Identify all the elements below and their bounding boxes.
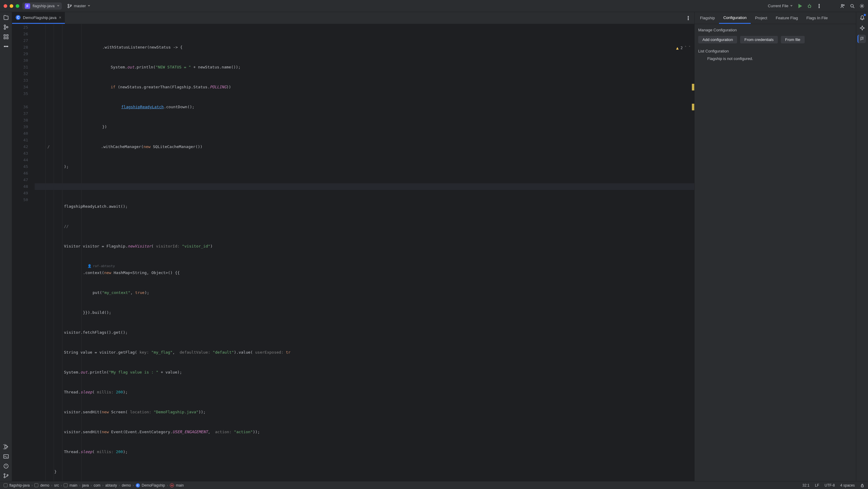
structure-tool-icon[interactable] [3, 34, 9, 40]
chevron-down-icon[interactable]: ˇ [688, 44, 691, 51]
inspection-widget[interactable]: ▲ 2 ˆ ˇ [676, 44, 691, 51]
code-with-me-icon[interactable] [840, 4, 845, 8]
commit-tool-icon[interactable] [3, 24, 9, 30]
project-icon: F [25, 3, 30, 9]
svg-point-29 [688, 19, 688, 20]
svg-point-26 [7, 475, 8, 476]
tool-tab[interactable]: Flagship [696, 12, 719, 24]
project-tool-icon[interactable] [3, 14, 9, 21]
flagship-tool-window: FlagshipConfigurationProjectFeature Flag… [694, 12, 856, 481]
problems-tool-icon[interactable] [3, 463, 9, 469]
author-hint[interactable]: 👤raf-abtasty [35, 263, 115, 269]
svg-rect-15 [7, 35, 8, 36]
more-tools-icon[interactable] [3, 43, 9, 50]
list-config-header: List Configuration [698, 47, 852, 53]
svg-rect-22 [4, 455, 8, 458]
empty-state-message: Flagship is not configured. [698, 53, 852, 61]
settings-icon[interactable] [860, 4, 864, 8]
search-icon[interactable] [850, 4, 855, 8]
svg-point-19 [5, 46, 6, 47]
class-icon: C [16, 15, 21, 20]
breadcrumbs[interactable]: flagship-java›demo›src›main›java›com›abt… [4, 483, 184, 488]
vcs-tool-icon[interactable] [3, 473, 9, 479]
right-tool-rail [856, 12, 868, 481]
from-credentials-button[interactable]: From credentials [740, 36, 778, 43]
branch-name: master [74, 4, 86, 8]
tab-filename: DemoFlagship.java [23, 15, 56, 20]
indent-setting[interactable]: 4 spaces [840, 483, 855, 488]
tool-tab[interactable]: Configuration [719, 12, 751, 24]
add-configuration-button[interactable]: Add configuration [698, 36, 737, 43]
run-config-label: Current File [768, 4, 788, 8]
warning-count: 2 [680, 44, 683, 51]
close-window[interactable] [4, 4, 7, 8]
svg-point-24 [4, 474, 5, 475]
vcs-branch-selector[interactable]: master [65, 3, 93, 9]
svg-point-4 [819, 4, 819, 4]
run-config-selector[interactable]: Current File [768, 4, 793, 8]
code-content[interactable]: .withStatusListener(newStatus -> { ▲ 2 ˆ… [35, 24, 694, 481]
line-separator[interactable]: LF [815, 483, 819, 488]
ai-assistant-icon[interactable] [859, 25, 865, 31]
from-file-button[interactable]: From file [781, 36, 805, 43]
cursor-line [35, 183, 694, 190]
notifications-icon[interactable] [859, 14, 865, 22]
tool-tabs: FlagshipConfigurationProjectFeature Flag… [694, 12, 856, 24]
svg-point-0 [68, 4, 69, 5]
svg-rect-14 [4, 35, 5, 36]
svg-point-25 [4, 477, 5, 478]
chevron-up-icon[interactable]: ˆ [685, 44, 687, 51]
svg-point-7 [841, 4, 843, 6]
svg-rect-16 [4, 37, 5, 39]
warning-icon: ▲ [676, 44, 679, 51]
chevron-down-icon [790, 5, 793, 7]
left-tool-rail [0, 12, 12, 481]
terminal-tool-icon[interactable] [3, 453, 9, 459]
project-selector[interactable]: F flagship-java [22, 2, 62, 10]
svg-rect-17 [7, 37, 8, 39]
svg-point-9 [851, 4, 854, 7]
tab-close-icon[interactable]: × [59, 15, 61, 20]
svg-point-12 [4, 28, 5, 30]
tool-tab[interactable]: Project [751, 12, 771, 24]
editor[interactable]: 2526272829303132333435363738394041424344… [12, 24, 694, 481]
chevron-down-icon [57, 5, 59, 7]
readonly-icon[interactable] [860, 483, 864, 488]
more-icon[interactable] [686, 16, 691, 21]
maximize-window[interactable] [16, 4, 19, 8]
svg-point-28 [688, 18, 688, 18]
svg-point-11 [4, 25, 5, 27]
tool-tab[interactable]: Flags In File [802, 12, 832, 24]
flagship-tool-button[interactable] [858, 35, 866, 43]
svg-point-20 [7, 46, 8, 47]
tool-tab[interactable]: Feature Flag [772, 12, 802, 24]
debug-icon[interactable] [807, 4, 812, 8]
editor-tabs: C DemoFlagship.java × [12, 12, 694, 24]
svg-point-1 [68, 7, 69, 8]
project-name: flagship-java [33, 4, 55, 8]
cursor-position[interactable]: 32:1 [803, 483, 809, 488]
services-tool-icon[interactable] [3, 444, 9, 450]
svg-point-5 [819, 5, 819, 6]
file-encoding[interactable]: UTF-8 [825, 483, 835, 488]
editor-tab[interactable]: C DemoFlagship.java × [12, 12, 65, 24]
svg-point-6 [819, 7, 819, 7]
run-icon[interactable] [798, 4, 802, 8]
svg-point-10 [861, 5, 863, 7]
svg-point-8 [843, 4, 844, 5]
chevron-down-icon [88, 5, 90, 7]
status-bar: flagship-java›demo›src›main›java›com›abt… [0, 481, 868, 489]
svg-point-2 [70, 5, 71, 6]
svg-rect-30 [861, 485, 864, 487]
vcs-change-marker[interactable] [692, 104, 694, 110]
manage-config-header: Manage Configuration [698, 27, 852, 33]
branch-icon [67, 4, 72, 8]
minimize-window[interactable] [10, 4, 13, 8]
window-controls [4, 4, 19, 8]
titlebar: F flagship-java master Current File [0, 0, 868, 12]
line-gutter: 2526272829303132333435363738394041424344… [12, 24, 35, 481]
vcs-change-marker[interactable] [692, 84, 694, 91]
svg-point-13 [6, 27, 8, 28]
svg-point-18 [4, 46, 5, 47]
more-icon[interactable] [817, 4, 822, 8]
